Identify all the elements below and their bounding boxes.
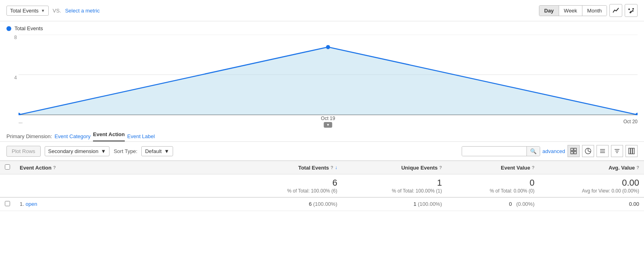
header-unique-events: Unique Events ?	[342, 161, 447, 174]
summary-total-events-cell: 6 % of Total: 100.00% (6)	[237, 174, 342, 198]
row-event-value-value: 0	[509, 201, 512, 207]
row-unique-events-pct: (100.00%)	[418, 201, 442, 207]
row-avg-value-cell: 0.00	[539, 197, 644, 211]
summary-event-value-value: 0	[452, 178, 535, 188]
dimension-bar: Primary Dimension: Event Category Event …	[0, 127, 644, 142]
event-action-help-icon[interactable]: ?	[53, 165, 56, 170]
sort-dropdown[interactable]: Default ▼	[141, 146, 173, 156]
sort-desc-icon[interactable]: ↓	[335, 165, 337, 170]
columns-icon[interactable]	[625, 145, 638, 157]
row-unique-events-value: 1	[413, 201, 416, 207]
tooltip-indicator	[324, 122, 332, 128]
row-action-cell: 1. open	[15, 197, 237, 211]
search-input[interactable]	[462, 147, 526, 156]
select-all-checkbox[interactable]	[5, 164, 10, 170]
svg-point-11	[636, 113, 638, 115]
header-unique-events-label: Unique Events	[401, 165, 438, 171]
summary-avg-value-sub: Avg for View: 0.00 (0.00%)	[544, 188, 639, 194]
row-checkbox-cell[interactable]	[0, 197, 15, 211]
table-view-icon[interactable]	[568, 145, 580, 157]
avg-value-help-icon[interactable]: ?	[636, 165, 639, 170]
summary-action-cell	[15, 174, 237, 198]
row-total-events-cell: 6 (100.00%)	[237, 197, 342, 211]
svg-point-3	[630, 12, 631, 13]
summary-total-events-sub: % of Total: 100.00% (6)	[242, 188, 337, 194]
svg-marker-8	[19, 47, 638, 115]
x-mid-label: Oct 19	[321, 116, 335, 121]
legend-label: Total Events	[14, 25, 43, 31]
unique-events-help-icon[interactable]: ?	[439, 165, 442, 170]
row-action-link[interactable]: open	[25, 201, 37, 207]
header-checkbox[interactable]	[0, 161, 15, 174]
pie-view-icon[interactable]	[582, 145, 594, 157]
svg-rect-27	[633, 148, 634, 154]
summary-unique-events-cell: 1 % of Total: 100.00% (1)	[342, 174, 447, 198]
dimension-event-label[interactable]: Event Label	[127, 133, 155, 139]
toolbar: Total Events ▼ VS. Select a metric Day W…	[0, 0, 644, 21]
header-event-action: Event Action ?	[15, 161, 237, 174]
chart-svg-area[interactable]	[19, 35, 638, 115]
period-selector: Day Week Month	[539, 5, 607, 16]
header-event-action-label: Event Action	[20, 165, 52, 171]
metric-label: Total Events	[10, 8, 39, 14]
search-button[interactable]: 🔍	[526, 147, 540, 156]
select-metric-link[interactable]: Select a metric	[65, 8, 100, 14]
svg-point-2	[632, 8, 634, 10]
svg-line-18	[588, 151, 591, 152]
row-total-events-pct: (100.00%)	[313, 201, 337, 207]
svg-point-4	[632, 10, 634, 12]
svg-rect-26	[631, 148, 632, 154]
secondary-dimension-dropdown[interactable]: Secondary dimension ▼	[45, 146, 110, 156]
table-row: 1. open 6 (100.00%) 1 (100.00%) 0 (0.00%…	[0, 197, 644, 211]
chart-container: Total Events 8 4	[0, 21, 644, 127]
plot-rows-button[interactable]: Plot Rows	[6, 146, 41, 157]
header-avg-value: Avg. Value ?	[539, 161, 644, 174]
controls-row: Plot Rows Secondary dimension ▼ Sort Typ…	[0, 142, 644, 161]
row-checkbox[interactable]	[5, 201, 10, 206]
x-start-label: ...	[19, 119, 23, 124]
sort-dropdown-arrow-icon: ▼	[164, 148, 169, 154]
line-chart-icon[interactable]	[609, 4, 622, 17]
svg-rect-12	[571, 148, 573, 151]
month-button[interactable]: Month	[582, 6, 607, 16]
event-value-help-icon[interactable]: ?	[532, 165, 535, 170]
data-table: Event Action ? Total Events ? ↓ Unique E…	[0, 161, 644, 211]
metric-dropdown[interactable]: Total Events ▼	[6, 6, 49, 16]
x-end-label: Oct 20	[623, 119, 638, 124]
y-mid-label: 4	[6, 75, 19, 81]
advanced-link[interactable]: advanced	[543, 148, 565, 154]
week-button[interactable]: Week	[559, 6, 582, 16]
summary-unique-events-value: 1	[347, 178, 442, 188]
sort-type-label: Sort Type:	[114, 148, 137, 154]
dimension-event-category[interactable]: Event Category	[54, 133, 91, 139]
summary-unique-events-sub: % of Total: 100.00% (1)	[347, 188, 442, 194]
svg-rect-14	[571, 151, 573, 154]
svg-rect-15	[574, 151, 576, 154]
header-avg-value-label: Avg. Value	[609, 165, 635, 171]
summary-avg-value-value: 0.00	[544, 178, 639, 188]
svg-rect-13	[574, 148, 576, 151]
header-event-value-label: Event Value	[501, 165, 530, 171]
filter-icon[interactable]	[611, 145, 623, 157]
search-box: 🔍	[462, 146, 540, 156]
svg-rect-25	[629, 148, 630, 154]
dimension-event-action[interactable]: Event Action	[93, 131, 125, 141]
summary-row: 6 % of Total: 100.00% (6) 1 % of Total: …	[0, 174, 644, 198]
legend-dot	[6, 26, 11, 31]
controls-right: 🔍 advanced	[462, 145, 638, 157]
day-button[interactable]: Day	[539, 6, 559, 16]
total-events-help-icon[interactable]: ?	[330, 165, 333, 170]
svg-point-9	[19, 113, 21, 115]
summary-checkbox-cell	[0, 174, 15, 198]
list-view-icon[interactable]	[597, 145, 609, 157]
summary-event-value-cell: 0 % of Total: 0.00% (0)	[447, 174, 539, 198]
scatter-chart-icon[interactable]	[625, 4, 638, 17]
y-max-label: 8	[6, 35, 19, 40]
chart-legend: Total Events	[6, 25, 638, 31]
vs-text: VS.	[53, 8, 61, 14]
x-mid-container: Oct 19	[321, 116, 335, 128]
summary-total-events-value: 6	[242, 178, 337, 188]
y-axis: 8 4	[6, 35, 19, 115]
svg-point-10	[326, 45, 330, 49]
secondary-dimension-label: Secondary dimension	[48, 148, 99, 154]
